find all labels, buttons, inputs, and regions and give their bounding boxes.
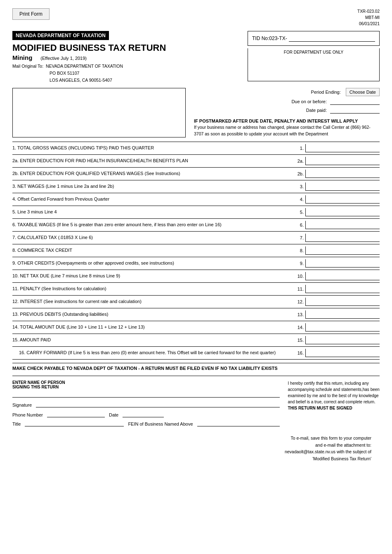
form-line-line9: 9. OTHER CREDITS (Overpayments or other …: [12, 259, 380, 268]
line-desc-line12: 12. INTEREST (See instructions for curre…: [12, 298, 290, 305]
line-desc-line10: 10. NET TAX DUE (Line 7 minus Line 8 min…: [12, 273, 290, 279]
line-desc-line16: 16. CARRY FORWARD (If Line 5 is less tha…: [12, 350, 290, 356]
sig-right: I hereby certify that this return, inclu…: [288, 380, 380, 426]
form-line-line14: 14. TOTAL AMOUNT DUE (Line 10 + Line 11 …: [12, 323, 380, 332]
line-num-line2a: 2a.: [290, 159, 305, 163]
check-notice: MAKE CHECK PAYABLE TO NEVADA DEPT OF TAX…: [12, 363, 380, 371]
line-num-line2b: 2b.: [290, 171, 305, 176]
line-num-line12: 12.: [290, 299, 305, 304]
line-desc-line13: 13. PREVIOUS DEBITS (Outstanding liabili…: [12, 311, 290, 317]
form-title: MODIFIED BUSINESS TAX RETURN: [12, 43, 239, 53]
line-desc-line11: 11. PENALTY (See Instructions for calcul…: [12, 286, 290, 292]
line-num-line7: 7.: [290, 235, 305, 240]
line-desc-line7: 7. CALCULATED TAX (.01853 X Line 6): [12, 234, 290, 241]
form-line-line3: 3. NET WAGES (Line 1 minus Line 2a and l…: [12, 182, 380, 191]
due-on-before-row: Due on or before:: [194, 99, 380, 105]
line-desc-line4: 4. Offset Carried Forward from Previous …: [12, 196, 290, 202]
line-input-line9[interactable]: [305, 259, 380, 268]
line-num-line16: 16.: [290, 350, 305, 355]
date-paid-input[interactable]: [330, 107, 380, 114]
line-input-line2b[interactable]: [305, 170, 380, 178]
form-line-line2a: 2a. ENTER DEDUCTION FOR PAID HEALTH INSU…: [12, 156, 380, 166]
date-input-sig[interactable]: [123, 410, 164, 417]
line-input-line6[interactable]: [305, 221, 380, 229]
line-input-line12[interactable]: [305, 298, 380, 306]
phone-date-row: Phone Number Date: [12, 410, 280, 417]
signature-label: Signature: [12, 402, 32, 407]
signature-row: Signature: [12, 400, 280, 407]
middle-section: Period Ending: Choose Date Due on or bef…: [12, 88, 380, 137]
form-line-line13: 13. PREVIOUS DEBITS (Outstanding liabili…: [12, 310, 380, 319]
line-desc-line2b: 2b. ENTER DEDUCTION FOR QUALIFIED VETERA…: [12, 170, 290, 177]
effective-date: (Effective July 1, 2019): [40, 56, 87, 61]
date-label: Date: [109, 412, 118, 417]
line-input-line15[interactable]: [305, 336, 380, 344]
dept-use-box: FOR DEPARTMENT USE ONLY: [248, 48, 380, 81]
line-input-line16[interactable]: [305, 349, 380, 357]
line-input-line10[interactable]: [305, 272, 380, 280]
line-num-line9: 9.: [290, 261, 305, 266]
choose-date-button[interactable]: Choose Date: [346, 88, 380, 96]
form-id: TXR-023.02 MBT-MI 06/01/2021: [357, 8, 380, 27]
dept-use-label: FOR DEPARTMENT USE ONLY: [250, 50, 378, 54]
tid-input[interactable]: [289, 36, 375, 42]
form-line-line12: 12. INTEREST (See instructions for curre…: [12, 297, 380, 306]
fein-input[interactable]: [197, 419, 280, 426]
line-input-line4[interactable]: [305, 195, 380, 204]
form-line-line7: 7. CALCULATED TAX (.01853 X Line 6)7.: [12, 233, 380, 242]
form-subtitle: Mining: [12, 54, 32, 61]
signature-line[interactable]: [36, 400, 279, 407]
tid-label: TID No:023-TX-: [252, 36, 287, 41]
line-desc-line15: 15. AMOUNT PAID: [12, 337, 290, 343]
line-input-line7[interactable]: [305, 234, 380, 242]
form-line-line8: 8. COMMERCE TAX CREDIT8.: [12, 246, 380, 255]
line-input-line11[interactable]: [305, 285, 380, 293]
address-box: [12, 88, 186, 137]
line-desc-line2a: 2a. ENTER DEDUCTION FOR PAID HEALTH INSU…: [12, 158, 290, 164]
form-line-line10: 10. NET TAX DUE (Line 7 minus Line 8 min…: [12, 272, 380, 281]
print-button[interactable]: Print Form: [12, 8, 50, 20]
line-input-line8[interactable]: [305, 246, 380, 255]
header-section: NEVADA DEPARTMENT OF TAXATION MODIFIED B…: [12, 31, 380, 84]
title-label: Title: [12, 421, 21, 426]
phone-input[interactable]: [47, 410, 105, 417]
line-input-line2a[interactable]: [305, 157, 380, 165]
line-num-line13: 13.: [290, 312, 305, 317]
line-desc-line5: 5. Line 3 minus Line 4: [12, 209, 290, 215]
line-desc-line14: 14. TOTAL AMOUNT DUE (Line 10 + Line 11 …: [12, 324, 290, 330]
name-input[interactable]: [12, 390, 280, 398]
phone-label: Phone Number: [12, 412, 43, 417]
line-input-line1[interactable]: [305, 144, 380, 152]
form-line-line11: 11. PENALTY (See Instructions for calcul…: [12, 284, 380, 294]
due-on-before-input[interactable]: [330, 99, 380, 105]
line-desc-line9: 9. OTHER CREDITS (Overpayments or other …: [12, 260, 290, 266]
form-line-line15: 15. AMOUNT PAID15.: [12, 336, 380, 345]
line-desc-line8: 8. COMMERCE TAX CREDIT: [12, 247, 290, 253]
email-notice: To e-mail, save this form to your comput…: [12, 435, 380, 462]
line-num-line10: 10.: [290, 274, 305, 279]
enter-name-label: ENTER NAME OF PERSON SIGNING THIS RETURN: [12, 380, 280, 389]
line-desc-line6: 6. TAXABLE WAGES (If line 5 is greater t…: [12, 222, 290, 228]
line-input-line5[interactable]: [305, 208, 380, 216]
penalty-text: If your business name or address has cha…: [194, 124, 380, 137]
line-input-line3[interactable]: [305, 182, 380, 191]
certify-bold: THIS RETURN MUST BE SIGNED: [288, 406, 352, 410]
form-line-line5: 5. Line 3 minus Line 45.: [12, 208, 380, 217]
mail-info: Mail Original To: NEVADA DEPARTMENT OF T…: [12, 63, 239, 83]
form-line-line6: 6. TAXABLE WAGES (If line 5 is greater t…: [12, 220, 380, 230]
line-desc-line3: 3. NET WAGES (Line 1 minus Line 2a and l…: [12, 183, 290, 189]
line-input-line13[interactable]: [305, 310, 380, 319]
form-line-line1: 1. TOTAL GROSS WAGES (INCLUDING TIPS) PA…: [12, 144, 380, 153]
line-num-line8: 8.: [290, 248, 305, 253]
line-num-line1: 1.: [290, 146, 305, 151]
line-input-line14[interactable]: [305, 323, 380, 331]
certify-text: I hereby certify that this return, inclu…: [288, 381, 380, 404]
line-num-line14: 14.: [290, 325, 305, 330]
date-paid-row: Date paid:: [194, 107, 380, 114]
penalty-notice: IF POSTMARKED AFTER DUE DATE, PENALTY AN…: [194, 118, 380, 137]
dept-banner: NEVADA DEPARTMENT OF TAXATION: [12, 31, 109, 40]
period-ending-label: Period Ending:: [311, 90, 341, 95]
top-bar: Print Form TXR-023.02 MBT-MI 06/01/2021: [12, 8, 380, 27]
line-num-line6: 6.: [290, 223, 305, 227]
title-input[interactable]: [25, 419, 124, 426]
